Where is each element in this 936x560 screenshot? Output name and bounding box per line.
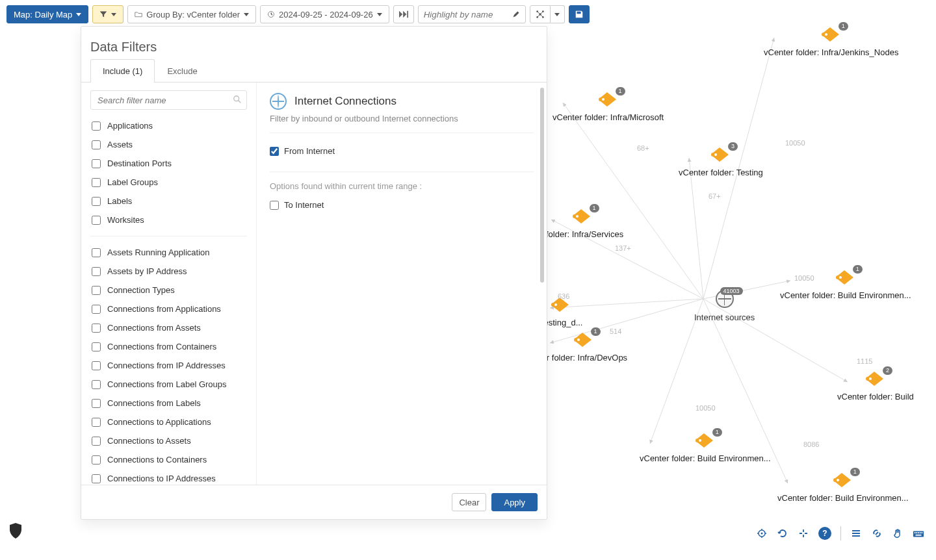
layout-button[interactable] [530, 5, 551, 23]
map-node[interactable]: 1vCenter folder: Build Environmen... [780, 269, 911, 300]
svg-line-7 [703, 38, 774, 299]
map-node[interactable]: 1vCenter folder: Build Environmen... [777, 472, 909, 503]
filter-detail: Internet Connections Filter by inbound o… [257, 83, 547, 485]
filter-checkbox[interactable] [92, 159, 101, 168]
clear-button[interactable]: Clear [452, 493, 486, 511]
filter-checkbox[interactable] [92, 121, 101, 131]
filter-item[interactable]: Destination Ports [86, 154, 251, 173]
filter-checkbox[interactable] [92, 399, 101, 408]
filter-label: Assets Running Application [107, 248, 210, 257]
map-node[interactable]: 1ter folder: Infra/DevOps [540, 331, 627, 363]
filter-checkbox[interactable] [92, 216, 101, 225]
filter-item[interactable]: Connection Types [86, 281, 251, 299]
filter-item[interactable]: Connections from Containers [86, 337, 251, 356]
filter-item[interactable]: Applications [86, 116, 251, 135]
filter-checkbox[interactable] [92, 437, 101, 446]
from-internet-checkbox[interactable] [270, 147, 279, 156]
internet-sources-node[interactable]: 41003 Internet sources [694, 290, 755, 322]
filter-checkbox[interactable] [92, 324, 101, 333]
filter-checkbox[interactable] [92, 380, 101, 389]
filter-checkbox[interactable] [92, 342, 101, 351]
refresh-icon[interactable] [777, 528, 788, 539]
layout-button-group [530, 5, 565, 23]
map-select-button[interactable]: Map: Daily Map [6, 5, 88, 23]
filter-checkbox[interactable] [92, 178, 101, 187]
hand-icon[interactable] [892, 528, 904, 539]
filter-item[interactable]: Assets Running Application [86, 243, 251, 262]
filter-checkbox[interactable] [92, 267, 101, 276]
filter-item[interactable]: Connections to IP Addresses [86, 469, 251, 485]
map-node[interactable]: 1vCenter folder: Infra/Microsoft [552, 91, 664, 122]
filter-item[interactable]: Connections from Assets [86, 318, 251, 337]
fast-forward-button[interactable] [393, 5, 414, 23]
map-node[interactable]: 1vCenter folder: Build Environmen... [640, 432, 771, 463]
groupby-label: Group By: vCenter folder [146, 10, 240, 19]
filter-item[interactable]: Connections from Applications [86, 299, 251, 318]
filter-item[interactable]: Assets [86, 135, 251, 154]
panel-body: ApplicationsAssetsDestination PortsLabel… [81, 83, 547, 485]
filter-checkbox[interactable] [92, 361, 101, 370]
to-internet-checkbox[interactable] [270, 201, 279, 210]
daterange-button[interactable]: 2024-09-25 - 2024-09-26 [260, 5, 389, 23]
panel-title: Data Filters [81, 27, 547, 58]
tag-icon [573, 331, 594, 348]
filter-checkbox[interactable] [92, 455, 101, 465]
node-label: Internet sources [694, 312, 755, 322]
filter-item[interactable]: Connections from Label Groups [86, 375, 251, 394]
link-icon[interactable] [871, 528, 883, 539]
layout-dropdown-button[interactable] [551, 5, 565, 23]
filter-item[interactable]: Connections from Labels [86, 394, 251, 413]
pencil-icon[interactable] [512, 10, 520, 18]
recenter-icon[interactable] [798, 528, 809, 539]
filter-checkbox[interactable] [92, 474, 101, 483]
daterange-label: 2024-09-25 - 2024-09-26 [279, 10, 373, 19]
highlight-input-wrap [418, 5, 526, 23]
filter-search-input[interactable] [90, 90, 247, 110]
svg-line-11 [703, 281, 790, 299]
filter-item[interactable]: Connections from IP Addresses [86, 356, 251, 375]
highlight-input[interactable] [424, 10, 508, 19]
filter-item[interactable]: Labels [86, 192, 251, 210]
filter-checkbox[interactable] [92, 248, 101, 257]
filter-item[interactable]: Connections to Applications [86, 413, 251, 431]
filter-item[interactable]: Connections to Containers [86, 450, 251, 469]
filter-checkbox[interactable] [92, 286, 101, 295]
tab-exclude[interactable]: Exclude [155, 59, 209, 83]
map-node[interactable]: 2vCenter folder: Build [837, 370, 914, 401]
map-node[interactable]: 1r folder: Infra/Services [541, 208, 623, 239]
apply-button[interactable]: Apply [491, 493, 538, 511]
filter-item[interactable]: Connections to Assets [86, 431, 251, 450]
filter-item[interactable]: Label Groups [86, 173, 251, 192]
groupby-button[interactable]: Group By: vCenter folder [127, 5, 256, 23]
map-node[interactable]: 1vCenter folder: Infra/Jenkins_Nodes [764, 26, 898, 57]
list-view-icon[interactable] [850, 528, 862, 539]
help-icon[interactable]: ? [818, 527, 831, 540]
svg-line-16 [703, 299, 788, 483]
from-internet-row[interactable]: From Internet [270, 142, 534, 160]
node-badge: 1 [590, 204, 599, 212]
shield-icon[interactable] [9, 523, 22, 541]
filter-label: Connection Types [107, 285, 175, 295]
filter-button[interactable] [92, 5, 124, 23]
folder-icon [135, 10, 142, 18]
filter-checkbox[interactable] [92, 305, 101, 314]
to-internet-row[interactable]: To Internet [270, 196, 534, 214]
svg-rect-31 [915, 532, 916, 533]
filter-label: Connections to Assets [107, 436, 191, 446]
keyboard-icon[interactable] [913, 528, 924, 539]
toolbar: Map: Daily Map Group By: vCenter folder … [0, 0, 936, 29]
settings-icon[interactable] [756, 528, 768, 539]
node-label: vCenter folder: Infra/Microsoft [552, 112, 664, 122]
filter-checkbox[interactable] [92, 140, 101, 149]
save-button[interactable] [569, 5, 590, 23]
search-icon [233, 95, 242, 106]
scrollbar[interactable] [540, 88, 544, 283]
filter-checkbox[interactable] [92, 197, 101, 206]
filter-item[interactable]: Assets by IP Address [86, 262, 251, 281]
filter-item[interactable]: Worksites [86, 210, 251, 229]
map-node[interactable]: 3vCenter folder: Testing [679, 146, 763, 177]
edge-label: 514 [610, 327, 621, 335]
filter-label: Connections to Containers [107, 455, 207, 465]
tab-include[interactable]: Include (1) [90, 59, 155, 83]
filter-checkbox[interactable] [92, 418, 101, 427]
